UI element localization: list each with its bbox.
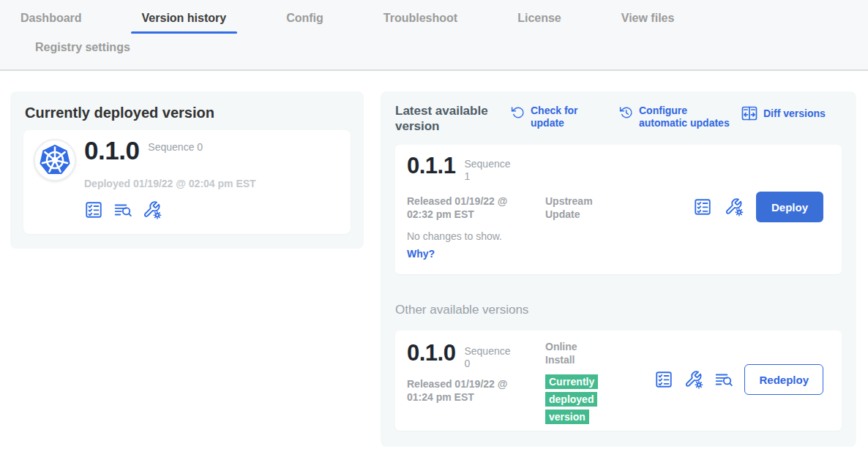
why-link[interactable]: Why? <box>407 248 435 260</box>
deployed-timestamp: Deployed 01/19/22 @ 02:04 pm EST <box>84 178 256 189</box>
preflight-checks-icon[interactable] <box>84 200 103 219</box>
currently-deployed-badge: Currently deployed version <box>545 374 598 424</box>
diff-versions-label: Diff versions <box>763 107 826 120</box>
edit-config-icon[interactable] <box>684 370 703 389</box>
latest-released-timestamp: Released 01/19/22 @ 02:32 pm EST <box>407 195 533 221</box>
latest-source-label: Upstream Update <box>545 195 611 221</box>
top-navigation: Dashboard Version history Config Trouble… <box>0 0 868 71</box>
check-for-update-icon <box>510 105 525 120</box>
preflight-checks-icon[interactable] <box>654 370 673 389</box>
other-source-label: Online Install <box>545 340 596 366</box>
check-for-update-label: Check for update <box>531 105 583 129</box>
tab-license[interactable]: License <box>506 6 572 34</box>
kubernetes-logo-icon <box>34 139 76 181</box>
tab-registry-settings[interactable]: Registry settings <box>24 35 141 63</box>
currently-deployed-panel: Currently deployed version <box>10 91 364 249</box>
latest-version-row: 0.1.1 Sequence 1 <box>407 154 512 183</box>
latest-card-actions: Deploy <box>693 192 823 222</box>
nav-row-2: Registry settings <box>0 34 868 63</box>
deploy-logs-icon[interactable] <box>714 370 733 389</box>
tab-config[interactable]: Config <box>275 6 334 34</box>
tab-view-files[interactable]: View files <box>610 6 686 34</box>
other-card-actions: Redeploy <box>654 364 823 395</box>
deployed-sequence-label: Sequence 0 <box>148 137 203 154</box>
configure-updates-icon <box>618 105 634 120</box>
deploy-logs-icon[interactable] <box>113 200 132 219</box>
changes-note: No changes to show. <box>407 230 502 242</box>
redeploy-button[interactable]: Redeploy <box>744 364 823 395</box>
preflight-checks-icon[interactable] <box>693 197 712 216</box>
version-history-page: Dashboard Version history Config Trouble… <box>0 0 868 468</box>
other-sequence-label: Sequence 0 <box>464 341 512 370</box>
other-versions-heading: Other available versions <box>395 303 528 317</box>
latest-version-number: 0.1.1 <box>407 154 455 177</box>
currently-deployed-badge-wrap: Currently deployed version <box>545 373 607 426</box>
other-version-number: 0.1.0 <box>407 341 455 364</box>
other-version-card: 0.1.0 Sequence 0 Online Install Released… <box>395 331 842 431</box>
tab-version-history[interactable]: Version history <box>131 6 238 34</box>
deploy-button[interactable]: Deploy <box>756 192 823 222</box>
nav-row-1: Dashboard Version history Config Trouble… <box>0 0 868 34</box>
latest-sequence-label: Sequence 1 <box>464 154 512 183</box>
diff-versions-link[interactable]: Diff versions <box>741 105 826 122</box>
configure-automatic-updates-label: Configure automatic updates <box>639 105 734 129</box>
other-released-timestamp: Released 01/19/22 @ 01:24 pm EST <box>407 377 533 404</box>
deployed-version-row: 0.1.0 Sequence 0 <box>84 137 203 163</box>
tab-dashboard[interactable]: Dashboard <box>10 6 93 34</box>
configure-automatic-updates-link[interactable]: Configure automatic updates <box>618 105 734 129</box>
deployed-card-actions <box>84 200 162 219</box>
latest-available-title: Latest available version <box>395 103 498 134</box>
tab-troubleshoot[interactable]: Troubleshoot <box>373 6 468 34</box>
currently-deployed-title: Currently deployed version <box>25 105 214 121</box>
diff-versions-icon <box>741 105 758 122</box>
latest-available-panel: Latest available version Check for updat… <box>381 91 856 447</box>
check-for-update-link[interactable]: Check for update <box>510 105 583 129</box>
edit-config-icon[interactable] <box>143 200 162 219</box>
deployed-version-number: 0.1.0 <box>84 137 139 163</box>
deployed-version-card: 0.1.0 Sequence 0 Deployed 01/19/22 @ 02:… <box>23 130 351 234</box>
latest-version-card: 0.1.1 Sequence 1 Released 01/19/22 @ 02:… <box>395 145 842 274</box>
edit-config-icon[interactable] <box>725 197 744 216</box>
other-version-row: 0.1.0 Sequence 0 <box>407 341 512 370</box>
